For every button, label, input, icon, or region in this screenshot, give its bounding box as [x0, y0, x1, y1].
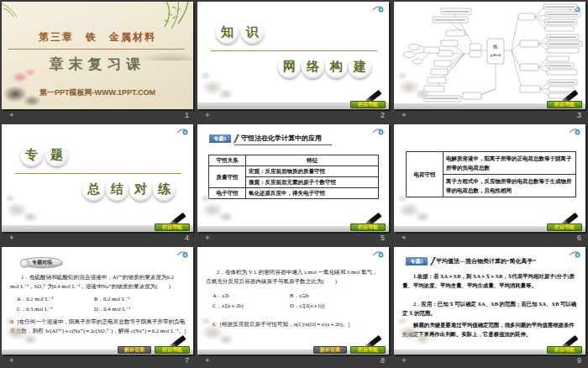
title-underline: [234, 145, 332, 145]
slide-cell-4: 专 题 总 结 对 练 栏目导航 ✦ 4: [0, 123, 196, 245]
calligraphy-circle: 网: [278, 55, 301, 78]
calligraphy-circle: 结: [106, 178, 129, 201]
slide-cell-6: 电荷守恒 电解质溶液中，阳离子所带的正电荷总数等于阴离子所带的负电荷总数 离子方…: [392, 123, 588, 245]
slide-2-thumbnail[interactable]: 知 识 网 络 构 建 栏目导航: [197, 2, 389, 109]
slide-sorter-view: 第三章 铁 金属材料 章末复习课 第一PPT模板网-WWW.1PPT.COM ✦…: [0, 0, 588, 368]
transition-star-icon: ✦: [8, 110, 15, 121]
table-cell-electrolyte: 电解质溶液中，阳离子所带的正电荷总数等于阴离子所带的负电荷总数: [444, 152, 576, 175]
sorter-strip: ✦ 2: [197, 110, 389, 121]
swirl-logo-icon: [372, 5, 384, 13]
watercolor-flower-watermark: [2, 308, 49, 350]
calligraphy-circle: 对: [129, 178, 152, 201]
slide-cell-9: 专题2 平均值法—混合物类计算的“简化高手” 1.依据：若 XA＞XB，则 XA…: [392, 245, 588, 368]
table-header-relation: 守恒关系: [209, 155, 246, 166]
mindmap-center-bottom-label: 金属材料: [490, 54, 501, 57]
question-text: 2．在体积为 V L 的密闭容器中通入 a mol 一氧化碳和 b mol 氧气…: [206, 267, 381, 286]
transition-star-icon: ✦: [8, 233, 15, 244]
calligraphy-circle: 构: [325, 55, 348, 78]
slide-number: 3: [577, 110, 581, 121]
mindmap-center-top-label: 铁: [492, 44, 498, 50]
option-a: A．0.1 mol·L⁻¹: [17, 296, 53, 303]
calligraphy-circle: 络: [302, 55, 324, 78]
divider-line: [211, 50, 377, 51]
transition-star-icon: ✦: [8, 355, 15, 366]
slide-4-thumbnail[interactable]: 专 题 总 结 对 练 栏目导航: [2, 124, 193, 232]
slide-cell-7: 专题对练 1．在硫酸钠和硫酸铝的混合溶液中，Al³⁺的物质的量浓度为0.2 mo…: [0, 245, 196, 368]
table-header-feature: 特征: [246, 155, 379, 166]
divider-line: [15, 173, 181, 174]
option-d: D．a∶[2(a＋b)]: [290, 302, 324, 310]
nav-badge[interactable]: 栏目导航: [547, 101, 582, 108]
watercolor-flower-watermark: [2, 185, 49, 227]
slide-cell-8: 2．在体积为 V L 的密闭容器中通入 a mol 一氧化碳和 b mol 氧气…: [196, 245, 391, 368]
option-b: B．0.2 mol·L⁻¹: [94, 296, 130, 303]
paragraph-basis: 1.依据：若 XA＞XB，则 XA＞X̄＞XB，X̄代表平均相对原子(分子)质量…: [402, 271, 577, 290]
calligraphy-circle: 建: [349, 55, 371, 78]
willow-branch-icon: [2, 2, 24, 18]
sorter-strip: ✦ 5: [197, 233, 389, 244]
badge-slash-decoration: [232, 134, 240, 143]
slide-3-thumbnail[interactable]: 铁 金属材料 栏目导航: [394, 2, 585, 109]
nav-badge[interactable]: 栏目导航: [547, 223, 582, 231]
table-cell-ionic-equation: 离子方程式中，反应物所带的电荷总数等于生成物所带的电荷总数，且电性相同: [444, 175, 576, 197]
slide-number: 5: [381, 233, 385, 244]
transition-star-icon: ✦: [204, 233, 211, 244]
option-a: A．a∶b: [213, 292, 229, 300]
slide-number: 2: [381, 110, 385, 121]
nav-badge[interactable]: 栏目导航: [547, 346, 582, 354]
answer-badge[interactable]: 解析答案: [118, 346, 151, 354]
transition-star-icon: ✦: [401, 233, 407, 244]
watercolor-flower-watermark: [394, 308, 441, 350]
nav-badge[interactable]: 栏目导航: [350, 101, 386, 108]
ink-flower-watermark: [2, 66, 55, 109]
sorter-strip: ✦ 7: [2, 355, 193, 366]
slide-number: 9: [577, 355, 581, 366]
watercolor-flower-watermark: [394, 185, 441, 227]
slide-number: 4: [185, 233, 189, 244]
topic-badge: 专题1: [209, 134, 231, 143]
nav-badge[interactable]: 栏目导航: [350, 223, 386, 231]
table-cell-macro: 宏观：反应前后物质的质量守恒: [246, 166, 379, 177]
nav-badge[interactable]: 栏目导航: [350, 346, 386, 354]
option-b: B．a∶2b: [290, 292, 309, 300]
swirl-logo-icon: [372, 250, 384, 259]
slide-5-thumbnail[interactable]: 专题1 守恒法在化学计算中的应用 守恒关系 特征 质量守恒 宏观：反应前后物质的…: [197, 124, 389, 232]
swirl-logo-icon: [372, 128, 384, 136]
nav-badge[interactable]: 栏目导航: [155, 346, 190, 354]
nav-badge[interactable]: 栏目导航: [155, 223, 190, 231]
sorter-strip: ✦ 4: [2, 233, 193, 244]
calligraphy-circle: 识: [241, 21, 264, 44]
chapter-title: 第三章 铁 金属材料: [2, 30, 193, 45]
swirl-logo-icon: [176, 128, 188, 136]
watercolor-flower-watermark: [197, 62, 244, 104]
calligraphy-circle: 总: [82, 178, 105, 201]
calligraphy-circle: 知: [216, 21, 239, 44]
topic-title: 守恒法在化学计算中的应用: [241, 134, 322, 143]
slide-cell-5: 专题1 守恒法在化学计算中的应用 守恒关系 特征 质量守恒 宏观：反应前后物质的…: [196, 123, 391, 245]
topic-title: 平均值法—混合物类计算的“简化高手”: [436, 257, 536, 265]
sorter-strip: ✦ 1: [2, 110, 193, 121]
swirl-logo-icon: [569, 250, 580, 259]
sorter-strip: ✦ 3: [394, 110, 585, 121]
slide-number: 1: [185, 110, 189, 121]
option-d: D．0.4 mol·L⁻¹: [94, 306, 130, 313]
transition-star-icon: ✦: [204, 110, 211, 121]
watercolor-flower-watermark: [394, 62, 441, 104]
slide-cell-2: 知 识 网 络 构 建 栏目导航 ✦ 2: [196, 0, 391, 123]
calligraphy-circle: 练: [153, 178, 176, 201]
slide-1-thumbnail[interactable]: 第三章 铁 金属材料 章末复习课 第一PPT模板网-WWW.1PPT.COM: [2, 2, 193, 109]
slide-9-thumbnail[interactable]: 专题2 平均值法—混合物类计算的“简化高手” 1.依据：若 XA＞XB，则 XA…: [394, 247, 585, 355]
answer-badge[interactable]: 解析答案: [313, 346, 347, 354]
slide-8-thumbnail[interactable]: 2．在体积为 V L 的密闭容器中通入 a mol 一氧化碳和 b mol 氧气…: [197, 247, 389, 355]
sorter-strip: ✦ 6: [394, 233, 585, 244]
slide-cell-1: 第三章 铁 金属材料 章末复习课 第一PPT模板网-WWW.1PPT.COM ✦…: [0, 0, 196, 123]
question-text: 1．在硫酸钠和硫酸铝的混合溶液中，Al³⁺的物质的量浓度为0.2 mol·L⁻¹…: [10, 272, 185, 291]
transition-star-icon: ✦: [401, 355, 407, 366]
swirl-logo-icon: [569, 128, 580, 136]
sorter-strip: ✦ 8: [197, 355, 389, 366]
slide-7-thumbnail[interactable]: 专题对练 1．在硫酸钠和硫酸铝的混合溶液中，Al³⁺的物质的量浓度为0.2 mo…: [2, 247, 193, 355]
slide-6-thumbnail[interactable]: 电荷守恒 电解质溶液中，阳离子所带的正电荷总数等于阴离子所带的负电荷总数 离子方…: [394, 124, 585, 232]
watercolor-flower-watermark: [197, 308, 244, 350]
slide-cell-3: 铁 金属材料 栏目导航 ✦ 3: [392, 0, 588, 123]
swirl-logo-icon: [176, 250, 188, 259]
